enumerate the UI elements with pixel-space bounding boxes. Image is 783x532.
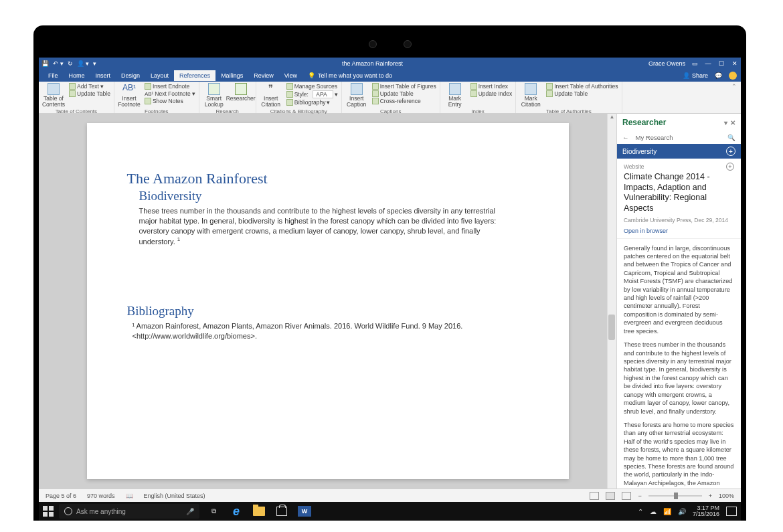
save-icon[interactable]: 💾: [41, 60, 49, 67]
tab-review[interactable]: Review: [248, 70, 279, 81]
action-center-icon[interactable]: [726, 507, 737, 516]
my-research-link[interactable]: My Research: [636, 134, 673, 141]
cross-reference-button[interactable]: Cross-reference: [372, 98, 436, 104]
insert-toa-button[interactable]: Insert Table of Authorities: [546, 83, 618, 90]
excerpt-paragraph[interactable]: Generally found in large, discontinuous …: [624, 244, 734, 336]
tray-expand-icon[interactable]: ⌃: [638, 508, 643, 515]
add-topic-icon[interactable]: +: [726, 147, 735, 156]
scrollbar-thumb[interactable]: [608, 315, 615, 340]
open-in-browser-link[interactable]: Open in browser: [624, 228, 668, 234]
close-button[interactable]: ✕: [731, 60, 738, 67]
researcher-button[interactable]: Researcher: [230, 83, 252, 102]
researcher-icon: [235, 83, 247, 95]
tab-file[interactable]: File: [43, 70, 64, 81]
edge-icon[interactable]: e: [228, 504, 245, 519]
pane-close-icon[interactable]: ✕: [730, 119, 735, 126]
word-taskbar-icon[interactable]: W: [296, 504, 313, 519]
tab-references[interactable]: References: [174, 70, 215, 81]
task-view-icon[interactable]: ⧉: [205, 504, 222, 519]
smiley-icon[interactable]: [729, 72, 737, 80]
insert-footnote-button[interactable]: AB¹Insert Footnote: [118, 83, 141, 107]
collapse-ribbon-icon[interactable]: ⌃: [727, 82, 741, 113]
smart-lookup-button[interactable]: Smart Lookup: [203, 83, 226, 107]
body-paragraph[interactable]: These trees number in the thousands and …: [139, 206, 514, 246]
footnote-reference: 1: [177, 236, 180, 242]
zoom-slider[interactable]: [648, 495, 702, 497]
share-button[interactable]: 👤 Share: [683, 72, 708, 79]
clock[interactable]: 3:17 PM 7/15/2016: [693, 505, 719, 517]
zoom-slider-thumb[interactable]: [674, 493, 678, 499]
volume-icon[interactable]: 🔊: [678, 508, 686, 515]
title-bar: 💾 ↶ ▾ ↻ 👤 ▾ ▾ the Amazon Rainforest Grac…: [39, 58, 741, 70]
insert-caption-button[interactable]: Insert Caption: [345, 83, 368, 107]
researcher-pane: Researcher ▾✕ ← My Research 🔍 Biodiversi…: [616, 114, 741, 489]
tab-home[interactable]: Home: [64, 70, 90, 81]
ribbon-tabs: File Home Insert Design Layout Reference…: [39, 70, 741, 82]
add-source-icon[interactable]: +: [726, 163, 734, 171]
read-mode-icon[interactable]: [590, 492, 599, 500]
update-toa-button[interactable]: Update Table: [546, 90, 618, 97]
insert-endnote-button[interactable]: Insert Endnote: [145, 83, 195, 90]
update-toc-label: Update Table: [77, 90, 110, 97]
page[interactable]: The Amazon Rainforest Biodiversity These…: [87, 123, 569, 479]
tab-mailings[interactable]: Mailings: [215, 70, 248, 81]
topic-bar[interactable]: Biodiversity +: [617, 144, 741, 159]
tab-layout[interactable]: Layout: [145, 70, 174, 81]
tell-me[interactable]: 💡 Tell me what you want to do: [308, 72, 392, 79]
mark-entry-button[interactable]: Mark Entry: [444, 83, 466, 107]
page-indicator[interactable]: Page 5 of 6: [46, 493, 76, 499]
heading-1[interactable]: The Amazon Rainforest: [127, 170, 529, 187]
onedrive-icon[interactable]: ☁: [650, 508, 657, 515]
ribbon-display-icon[interactable]: ▭: [692, 60, 698, 67]
word-count[interactable]: 970 words: [87, 493, 115, 499]
heading-2[interactable]: Biodiversity: [139, 189, 529, 203]
start-button[interactable]: [43, 506, 54, 517]
undo-icon[interactable]: ↶ ▾: [53, 60, 64, 67]
tab-insert[interactable]: Insert: [90, 70, 116, 81]
zoom-out-button[interactable]: −: [638, 493, 641, 499]
add-text-button[interactable]: Add Text ▾: [69, 83, 110, 90]
mark-citation-button[interactable]: Mark Citation: [519, 83, 542, 107]
insert-index-button[interactable]: Insert Index: [470, 83, 513, 90]
show-notes-button[interactable]: Show Notes: [145, 98, 195, 104]
redo-icon[interactable]: ↻: [68, 60, 73, 67]
update-table-button[interactable]: Update Table: [372, 90, 436, 97]
spellcheck-icon[interactable]: 📖: [126, 493, 133, 499]
pane-options-icon[interactable]: ▾: [724, 119, 727, 126]
language-indicator[interactable]: English (United States): [144, 493, 205, 499]
account-icon[interactable]: 👤 ▾: [77, 60, 90, 67]
zoom-in-button[interactable]: +: [709, 493, 712, 499]
bibliography-icon: [286, 99, 293, 106]
citation-style-dropdown[interactable]: Style: APA ▾: [286, 90, 338, 98]
vertical-scrollbar[interactable]: ▲: [607, 114, 616, 489]
bibliography-entry[interactable]: ¹ Amazon Rainforest, Amazon Plants, Amaz…: [133, 321, 529, 342]
back-icon[interactable]: ←: [622, 134, 629, 141]
update-toc-button[interactable]: Update Table: [69, 90, 110, 97]
next-footnote-button[interactable]: AB¹ Next Footnote ▾: [145, 90, 195, 97]
tab-design[interactable]: Design: [116, 70, 145, 81]
bibliography-label: Bibliography: [294, 99, 326, 106]
comments-icon[interactable]: 💬: [715, 72, 722, 79]
file-explorer-icon[interactable]: [250, 504, 268, 519]
document-canvas[interactable]: The Amazon Rainforest Biodiversity These…: [39, 114, 616, 489]
print-layout-icon[interactable]: [606, 492, 615, 500]
maximize-button[interactable]: ☐: [718, 60, 725, 67]
user-name[interactable]: Grace Owens: [648, 60, 685, 67]
minimize-button[interactable]: —: [705, 60, 711, 67]
table-of-contents-button[interactable]: Table of Contents: [42, 83, 65, 107]
excerpt-paragraph[interactable]: These trees number in the thousands and …: [624, 341, 734, 416]
cortana-search[interactable]: Ask me anything 🎤: [59, 504, 199, 519]
manage-sources-button[interactable]: Manage Sources: [286, 83, 338, 90]
zoom-level[interactable]: 100%: [719, 493, 734, 499]
insert-table-figures-button[interactable]: Insert Table of Figures: [372, 83, 436, 90]
tab-view[interactable]: View: [279, 70, 302, 81]
insert-citation-button[interactable]: ❞Insert Citation: [260, 83, 282, 107]
web-layout-icon[interactable]: [622, 492, 631, 500]
store-icon[interactable]: [273, 504, 290, 519]
search-icon[interactable]: 🔍: [727, 134, 735, 141]
update-index-button[interactable]: Update Index: [470, 90, 513, 97]
mic-icon[interactable]: 🎤: [186, 508, 194, 515]
bibliography-heading[interactable]: Bibliography: [127, 304, 529, 319]
bibliography-button[interactable]: Bibliography ▾: [286, 99, 338, 106]
wifi-icon[interactable]: 📶: [663, 508, 671, 515]
